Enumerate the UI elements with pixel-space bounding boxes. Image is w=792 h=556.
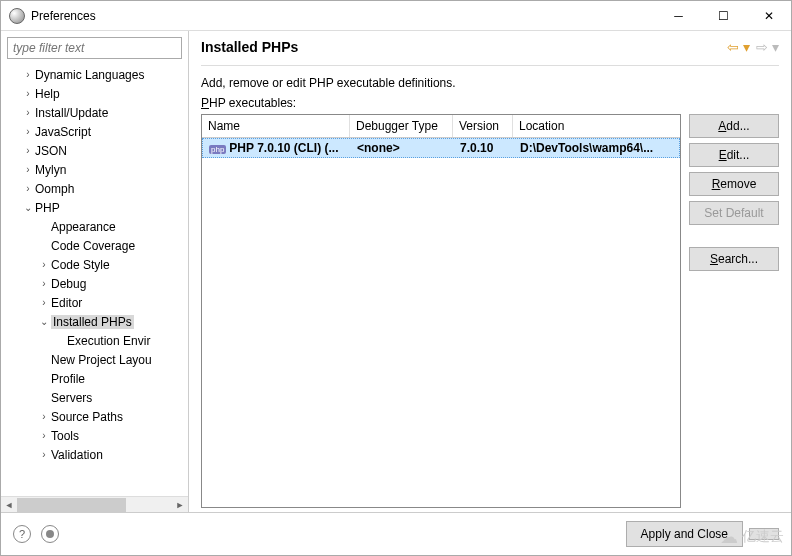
chevron-right-icon[interactable]: ›: [21, 164, 35, 175]
button-column: Add... Edit... Remove Set Default Search…: [689, 114, 779, 508]
chevron-down-icon[interactable]: ⌄: [21, 202, 35, 213]
tree-item-javascript[interactable]: ›JavaScript: [1, 122, 188, 141]
help-icon[interactable]: ?: [13, 525, 31, 543]
chevron-right-icon[interactable]: ›: [37, 411, 51, 422]
tree-item-installed-phps[interactable]: ⌄Installed PHPs: [1, 312, 188, 331]
maximize-button[interactable]: ☐: [701, 1, 746, 30]
chevron-right-icon[interactable]: ›: [21, 69, 35, 80]
tree-item-source-paths[interactable]: ›Source Paths: [1, 407, 188, 426]
tree-item-json[interactable]: ›JSON: [1, 141, 188, 160]
panel-title: Installed PHPs: [201, 39, 298, 55]
horizontal-scrollbar[interactable]: ◄ ►: [1, 496, 188, 512]
window-controls: ─ ☐ ✕: [656, 1, 791, 30]
chevron-right-icon[interactable]: ›: [37, 259, 51, 270]
filter-input[interactable]: [7, 37, 182, 59]
col-name[interactable]: Name: [202, 115, 350, 137]
apply-close-button[interactable]: Apply and Close: [626, 521, 743, 547]
chevron-right-icon: ›: [37, 373, 51, 384]
tree-item-label: JavaScript: [35, 125, 91, 139]
chevron-right-icon[interactable]: ›: [37, 278, 51, 289]
category-tree[interactable]: ›Dynamic Languages›Help›Install/Update›J…: [1, 63, 188, 496]
add-button[interactable]: Add...: [689, 114, 779, 138]
tree-item-label: Editor: [51, 296, 82, 310]
tree-item-debug[interactable]: ›Debug: [1, 274, 188, 293]
main-panel: Installed PHPs ⇦ ▾ ⇨ ▾ Add, remove or ed…: [189, 31, 791, 512]
tree-item-appearance[interactable]: ›Appearance: [1, 217, 188, 236]
tree-item-php[interactable]: ⌄PHP: [1, 198, 188, 217]
chevron-right-icon[interactable]: ›: [21, 107, 35, 118]
tree-item-profile[interactable]: ›Profile: [1, 369, 188, 388]
set-default-button: Set Default: [689, 201, 779, 225]
tree-item-label: Debug: [51, 277, 86, 291]
app-icon: [9, 8, 25, 24]
sidebar: ›Dynamic Languages›Help›Install/Update›J…: [1, 31, 189, 512]
edit-button[interactable]: Edit...: [689, 143, 779, 167]
tree-item-help[interactable]: ›Help: [1, 84, 188, 103]
tree-item-install-update[interactable]: ›Install/Update: [1, 103, 188, 122]
chevron-right-icon[interactable]: ›: [37, 430, 51, 441]
table-header: Name Debugger Type Version Location: [202, 115, 680, 138]
tree-item-label: Code Style: [51, 258, 110, 272]
col-location[interactable]: Location: [513, 115, 680, 137]
forward-arrow-icon[interactable]: ⇨ ▾: [756, 39, 779, 55]
remove-button[interactable]: Remove: [689, 172, 779, 196]
tree-item-editor[interactable]: ›Editor: [1, 293, 188, 312]
table-row[interactable]: phpPHP 7.0.10 (CLI) (...<none>7.0.10D:\D…: [202, 138, 680, 158]
chevron-right-icon[interactable]: ›: [21, 88, 35, 99]
window-title: Preferences: [31, 9, 96, 23]
tree-item-tools[interactable]: ›Tools: [1, 426, 188, 445]
chevron-right-icon[interactable]: ›: [21, 183, 35, 194]
scroll-left-icon[interactable]: ◄: [1, 500, 17, 510]
php-icon: php: [209, 145, 226, 154]
cell-name: phpPHP 7.0.10 (CLI) (...: [203, 141, 351, 155]
footer: ? Apply and Close: [1, 512, 791, 555]
tree-item-servers[interactable]: ›Servers: [1, 388, 188, 407]
close-button[interactable]: ✕: [746, 1, 791, 30]
tree-item-label: Mylyn: [35, 163, 66, 177]
tree-item-dynamic-languages[interactable]: ›Dynamic Languages: [1, 65, 188, 84]
executables-label: PHP executables:: [201, 96, 779, 110]
minimize-button[interactable]: ─: [656, 1, 701, 30]
tree-item-label: Code Coverage: [51, 239, 135, 253]
tree-item-label: Profile: [51, 372, 85, 386]
scroll-right-icon[interactable]: ►: [172, 500, 188, 510]
tree-item-label: Help: [35, 87, 60, 101]
chevron-right-icon[interactable]: ›: [21, 126, 35, 137]
chevron-right-icon: ›: [53, 335, 67, 346]
cell-version: 7.0.10: [454, 141, 514, 155]
chevron-right-icon[interactable]: ›: [21, 145, 35, 156]
cell-location: D:\DevTools\wamp64\...: [514, 141, 679, 155]
tree-item-label: Install/Update: [35, 106, 108, 120]
chevron-right-icon: ›: [37, 240, 51, 251]
tree-item-label: Execution Envir: [67, 334, 150, 348]
tree-item-oomph[interactable]: ›Oomph: [1, 179, 188, 198]
tree-item-label: Source Paths: [51, 410, 123, 424]
tree-item-new-project-layou[interactable]: ›New Project Layou: [1, 350, 188, 369]
chevron-right-icon[interactable]: ›: [37, 297, 51, 308]
chevron-right-icon[interactable]: ›: [37, 449, 51, 460]
col-version[interactable]: Version: [453, 115, 513, 137]
titlebar: Preferences ─ ☐ ✕: [1, 1, 791, 31]
back-arrow-icon[interactable]: ⇦ ▾: [727, 39, 750, 55]
chevron-down-icon[interactable]: ⌄: [37, 316, 51, 327]
record-icon[interactable]: [41, 525, 59, 543]
cancel-button-cut[interactable]: [749, 528, 779, 540]
executables-table[interactable]: Name Debugger Type Version Location phpP…: [201, 114, 681, 508]
tree-item-code-style[interactable]: ›Code Style: [1, 255, 188, 274]
tree-item-label: Installed PHPs: [51, 315, 134, 329]
tree-item-label: PHP: [35, 201, 60, 215]
tree-item-execution-envir[interactable]: ›Execution Envir: [1, 331, 188, 350]
chevron-right-icon: ›: [37, 354, 51, 365]
col-debugger[interactable]: Debugger Type: [350, 115, 453, 137]
tree-item-label: Validation: [51, 448, 103, 462]
tree-item-label: Oomph: [35, 182, 74, 196]
search-button[interactable]: Search...: [689, 247, 779, 271]
scroll-thumb[interactable]: [17, 498, 126, 512]
tree-item-mylyn[interactable]: ›Mylyn: [1, 160, 188, 179]
cell-debugger: <none>: [351, 141, 454, 155]
tree-item-code-coverage[interactable]: ›Code Coverage: [1, 236, 188, 255]
panel-description: Add, remove or edit PHP executable defin…: [201, 76, 779, 90]
tree-item-validation[interactable]: ›Validation: [1, 445, 188, 464]
tree-item-label: Dynamic Languages: [35, 68, 144, 82]
chevron-right-icon: ›: [37, 392, 51, 403]
